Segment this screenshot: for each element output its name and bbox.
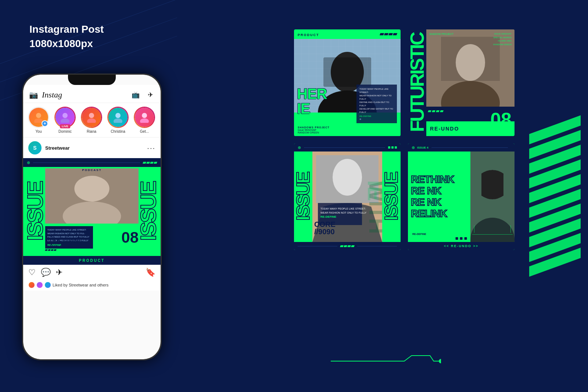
page-title: Instagram Post 1080x1080px bbox=[29, 22, 104, 51]
card2-small-labels: ISSUE 99/023/AF SPECIAL WORDS ISLAND-199… bbox=[493, 32, 512, 46]
post-header: S Streetwear ··· bbox=[23, 138, 161, 158]
post-content: ⊕ ISSUE ISSUE bbox=[23, 158, 161, 265]
card3-core-text: CORE//9090 bbox=[314, 221, 380, 235]
post-issue-right: ISSUE bbox=[139, 169, 158, 254]
card3-side-left: ISSUE bbox=[294, 152, 312, 242]
svg-rect-17 bbox=[323, 57, 371, 87]
post-avatar: S bbox=[28, 141, 42, 154]
svg-point-9 bbox=[140, 118, 149, 123]
svg-point-24 bbox=[333, 159, 362, 196]
card-4: ⊕ ISSUE 4 RETHINK RE NK RE NK RELINK bbox=[408, 143, 514, 250]
header-icons: 📺 ✈ bbox=[131, 90, 155, 99]
share-icon[interactable]: ✈ bbox=[56, 268, 62, 277]
story-you-label: You bbox=[36, 129, 42, 133]
send-icon[interactable]: ✈ bbox=[146, 90, 155, 99]
story-riana[interactable]: Riana bbox=[80, 107, 103, 133]
liked-by-row: Liked by Streetwear and others bbox=[28, 282, 155, 288]
card3-top-bar: ⊕ bbox=[294, 143, 401, 152]
svg-text:WEAR FASHION NOT ONLY TO FULLY: WEAR FASHION NOT ONLY TO FULLY bbox=[320, 211, 367, 214]
card3-bottom-bar bbox=[294, 242, 401, 250]
post-actions: ♡ 💬 ✈ 🔖 bbox=[23, 265, 161, 280]
post-top-bar: ⊕ bbox=[23, 158, 161, 167]
story-you[interactable]: + You bbox=[28, 107, 50, 133]
phone-container: 📷 Instag 📺 ✈ + Y bbox=[22, 74, 162, 360]
svg-point-4 bbox=[89, 113, 94, 118]
action-icons-left: ♡ 💬 ✈ bbox=[28, 268, 62, 277]
svg-text:RE-DEFINE: RE-DEFINE bbox=[320, 215, 337, 218]
svg-point-2 bbox=[62, 113, 68, 118]
card4-photo-col bbox=[470, 152, 514, 242]
card-2: FUTURISTIC SHADOW PROJECT ISSUE 99/023/A… bbox=[408, 29, 514, 136]
phone-notch bbox=[68, 75, 116, 85]
card1-overlay: TODAY MANY PEOPLE LIKE STREET-WEAR FASHI… bbox=[356, 85, 397, 123]
story-get-label: Get... bbox=[140, 129, 149, 133]
story-riana-label: Riana bbox=[87, 129, 96, 133]
post-bottom-bar: PRODUCT bbox=[23, 256, 161, 265]
card1-tag: PRODUCT bbox=[298, 33, 319, 37]
story-dominic[interactable]: LIVE Dominic bbox=[54, 107, 76, 133]
circuit-line bbox=[331, 354, 441, 370]
tv-icon[interactable]: 📺 bbox=[131, 90, 140, 99]
svg-point-6 bbox=[115, 113, 121, 118]
title-line1: Instagram Post bbox=[29, 22, 104, 36]
post-photo bbox=[45, 168, 139, 224]
instagram-header: 📷 Instag 📺 ✈ bbox=[23, 85, 161, 103]
svg-point-3 bbox=[61, 118, 69, 123]
story-dominic-label: Dominic bbox=[58, 129, 72, 133]
instagram-logo: Instag bbox=[42, 90, 62, 100]
card2-stripes bbox=[428, 110, 443, 112]
phone-frame: 📷 Instag 📺 ✈ + Y bbox=[22, 74, 162, 360]
card1-diag-marks bbox=[380, 33, 397, 35]
card-3: ⊕ ISSUE TODAY MANY PEOPLE LIKE STREET- bbox=[294, 143, 401, 250]
svg-point-7 bbox=[114, 118, 122, 123]
post-likes: Liked by Streetwear and others bbox=[23, 280, 161, 291]
story-christina[interactable]: Christina bbox=[107, 107, 129, 133]
right-stripes bbox=[522, 0, 588, 392]
card3-side-right: ISSUE bbox=[382, 152, 401, 242]
post-core-text: CORE //9090 SHADOW PROJECT bbox=[45, 238, 139, 251]
post-menu-icon[interactable]: ··· bbox=[147, 144, 155, 152]
card4-bottom-dots bbox=[456, 237, 467, 240]
card4-top-bar: ⊕ ISSUE 4 bbox=[408, 143, 514, 152]
svg-point-5 bbox=[87, 118, 96, 123]
card4-text-col: RETHINK RE NK RE NK RELINK bbox=[408, 152, 470, 242]
post-podcast-label: PODCAST bbox=[82, 168, 101, 172]
stories-row: + You LIVE Dominic bbox=[23, 103, 161, 138]
svg-point-8 bbox=[142, 113, 147, 118]
card2-bottom: RE-UNDO bbox=[426, 121, 514, 136]
bookmark-icon[interactable]: 🔖 bbox=[146, 268, 155, 277]
svg-point-33 bbox=[439, 359, 441, 363]
card-1: PRODUCT TODAY MANY bbox=[294, 29, 401, 136]
card2-vert-text: FUTURISTIC bbox=[408, 29, 426, 136]
story-christina-label: Christina bbox=[111, 129, 125, 133]
card2-right: SHADOW PROJECT ISSUE 99/023/AF SPECIAL W… bbox=[426, 29, 514, 136]
cards-grid: PRODUCT TODAY MANY bbox=[294, 29, 514, 250]
card4-content: RETHINK RE NK RE NK RELINK bbox=[408, 152, 514, 242]
svg-text:TODAY MANY PEOPLE LIKE STREET-: TODAY MANY PEOPLE LIKE STREET- bbox=[320, 207, 366, 210]
liked-by-text: Liked by Streetwear and others bbox=[53, 283, 108, 287]
phone-screen: 📷 Instag 📺 ✈ + Y bbox=[23, 75, 161, 359]
post-user: S Streetwear bbox=[28, 141, 69, 154]
comment-icon[interactable]: 💬 bbox=[41, 268, 51, 277]
title-line2: 1080x1080px bbox=[29, 36, 104, 51]
post-issue-left: ISSUE bbox=[26, 169, 44, 254]
svg-point-0 bbox=[36, 113, 41, 118]
svg-rect-21 bbox=[441, 37, 500, 81]
camera-icon: 📷 bbox=[29, 90, 38, 99]
post-username: Streetwear bbox=[45, 145, 69, 151]
card4-bottom-bar: << RE-UNDO >> bbox=[408, 242, 514, 250]
card2-small-text: SHADOW PROJECT bbox=[429, 32, 453, 36]
card4-redefine: RE-DEFINE bbox=[412, 233, 426, 235]
heart-icon[interactable]: ♡ bbox=[28, 268, 36, 277]
card1-bottom: SHADOWS PROJECT Issue 99/023/AF RANDOM G… bbox=[294, 124, 401, 136]
card1-big-text: HERIE bbox=[297, 86, 327, 116]
story-get[interactable]: Get... bbox=[133, 107, 155, 133]
svg-point-11 bbox=[74, 176, 109, 202]
